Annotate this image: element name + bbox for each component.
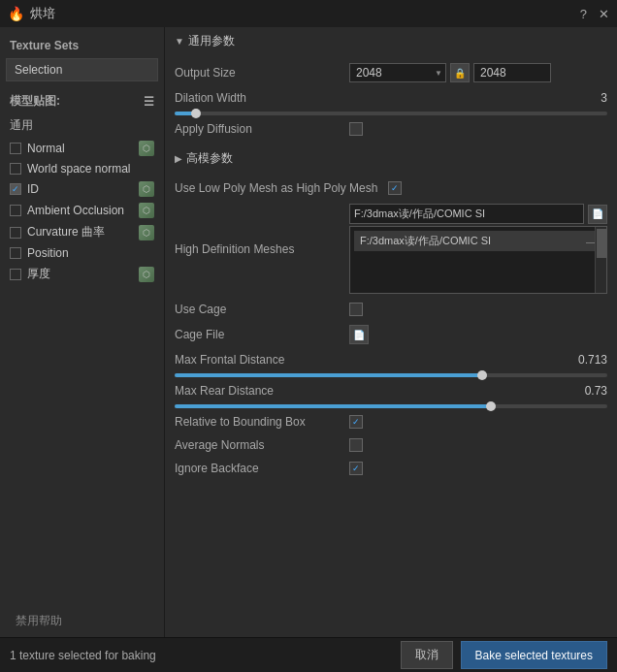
general-section-header[interactable]: ▼ 通用参数: [165, 27, 617, 55]
position-checkbox[interactable]: [10, 247, 21, 259]
app-icon: 🔥: [8, 6, 24, 21]
average-normals-row: Average Normals: [175, 433, 607, 457]
normal-icon: ⬡: [139, 141, 154, 156]
dilation-slider-row: [175, 110, 607, 117]
ao-checkbox[interactable]: [10, 205, 21, 216]
ignore-backface-row: Ignore Backface: [175, 457, 607, 480]
max-frontal-slider-row: [175, 371, 607, 379]
high-section-arrow: ▶: [175, 153, 182, 164]
bottom-buttons: 取消 Bake selected textures: [401, 641, 607, 669]
high-section-header[interactable]: ▶ 高模参数: [165, 144, 617, 173]
hd-meshes-area: F:/3dmax读/作品/COMIC SI —: [349, 226, 607, 294]
dilation-width-row: Dilation Width 3: [175, 86, 607, 110]
map-item-world-space[interactable]: World space normal: [0, 159, 164, 178]
high-def-mesh-browse-btn[interactable]: 📄: [588, 205, 607, 224]
help-link[interactable]: 禁用帮助: [6, 609, 72, 633]
max-frontal-row: Max Frontal Distance 0.713: [175, 348, 607, 371]
use-low-poly-checkbox[interactable]: [388, 181, 402, 195]
world-space-label: World space normal: [27, 162, 154, 176]
average-normals-checkbox[interactable]: [349, 438, 363, 452]
max-rear-row: Max Rear Distance 0.73: [175, 379, 607, 402]
max-rear-slider-thumb[interactable]: [486, 401, 496, 411]
hd-mesh-scroll-thumb: [597, 229, 606, 258]
thickness-icon: ⬡: [139, 267, 154, 282]
curvature-checkbox[interactable]: [10, 227, 21, 239]
apply-diffusion-checkbox[interactable]: [349, 122, 363, 136]
cage-file-browse-btn[interactable]: 📄: [349, 325, 369, 344]
max-frontal-label: Max Frontal Distance: [175, 353, 349, 367]
max-rear-slider-fill: [175, 404, 491, 408]
max-frontal-value: 0.713: [349, 353, 607, 367]
high-section-title: 高模参数: [186, 150, 233, 167]
help-button[interactable]: ?: [580, 7, 587, 21]
model-maps-label: 模型贴图:: [10, 93, 60, 110]
map-item-position[interactable]: Position: [0, 243, 164, 263]
map-item-thickness[interactable]: 厚度 ⬡: [0, 263, 164, 285]
model-maps-header: 模型贴图: ☰: [0, 89, 164, 113]
bottom-status: 1 texture selected for baking: [10, 649, 156, 662]
map-item-curvature[interactable]: Curvature 曲率 ⬡: [0, 221, 164, 243]
titlebar-controls: ? ✕: [580, 7, 609, 21]
ignore-backface-checkbox[interactable]: [349, 462, 363, 475]
hd-mesh-name: F:/3dmax读/作品/COMIC SI: [360, 234, 491, 248]
average-normals-label: Average Normals: [175, 438, 349, 452]
average-normals-value: [349, 438, 607, 452]
map-item-ao[interactable]: Ambient Occlusion ⬡: [0, 200, 164, 221]
high-def-meshes-value: F:/3dmax读/作品/COMIC SI 📄 F:/3dmax读/作品/COM…: [349, 204, 607, 294]
ao-label: Ambient Occlusion: [27, 204, 133, 217]
output-size-locked-input[interactable]: [473, 63, 551, 82]
dilation-width-value: 3: [349, 91, 607, 105]
use-cage-row: Use Cage: [175, 298, 607, 321]
apply-diffusion-value: [349, 122, 607, 136]
titlebar-left: 🔥 烘培: [8, 5, 55, 22]
output-size-row: Output Size 128 256 512 1024 2048 4096 🔒: [175, 59, 607, 86]
hd-mesh-scrollbar[interactable]: [595, 227, 606, 293]
right-panel: ▼ 通用参数 Output Size 128 256 512 1024 2048…: [165, 27, 617, 637]
curvature-icon: ⬡: [139, 225, 154, 240]
output-size-select[interactable]: 128 256 512 1024 2048 4096: [349, 63, 446, 82]
use-low-poly-row: Use Low Poly Mesh as High Poly Mesh: [175, 176, 607, 200]
dilation-slider-thumb[interactable]: [191, 109, 201, 118]
bottom-bar: 1 texture selected for baking 取消 Bake se…: [0, 637, 617, 672]
cage-file-label: Cage File: [175, 328, 349, 341]
max-rear-number: 0.73: [568, 384, 607, 398]
main-container: Texture Sets Selection 模型贴图: ☰ 通用 Normal…: [0, 27, 617, 637]
close-button[interactable]: ✕: [599, 7, 609, 21]
relative-bbox-checkbox[interactable]: [349, 415, 363, 429]
general-maps-label: 通用: [0, 113, 164, 138]
cancel-button[interactable]: 取消: [401, 641, 453, 669]
use-cage-checkbox[interactable]: [349, 303, 363, 316]
high-def-mesh-path: F:/3dmax读/作品/COMIC SI: [349, 204, 584, 224]
ignore-backface-value: [349, 462, 607, 475]
max-rear-slider-track[interactable]: [175, 404, 607, 408]
apply-diffusion-label: Apply Diffusion: [175, 122, 349, 136]
max-frontal-number: 0.713: [568, 353, 607, 367]
normal-label: Normal: [27, 142, 133, 155]
output-size-label: Output Size: [175, 66, 349, 80]
world-space-checkbox[interactable]: [10, 163, 21, 175]
position-label: Position: [27, 246, 154, 260]
id-checkbox[interactable]: [10, 183, 21, 195]
lock-button[interactable]: 🔒: [450, 63, 470, 82]
selection-box[interactable]: Selection: [6, 58, 158, 81]
filter-icon[interactable]: ☰: [144, 95, 154, 109]
use-low-poly-value: [388, 181, 607, 195]
thickness-checkbox[interactable]: [10, 269, 21, 280]
high-def-meshes-row: High Definition Meshes F:/3dmax读/作品/COMI…: [175, 200, 607, 298]
map-item-normal[interactable]: Normal ⬡: [0, 138, 164, 159]
dilation-width-label: Dilation Width: [175, 91, 349, 105]
dilation-slider-track[interactable]: [175, 112, 607, 115]
normal-checkbox[interactable]: [10, 143, 21, 154]
high-def-meshes-label: High Definition Meshes: [175, 242, 349, 256]
map-item-id[interactable]: ID ⬡: [0, 178, 164, 200]
id-label: ID: [27, 182, 133, 196]
left-panel: Texture Sets Selection 模型贴图: ☰ 通用 Normal…: [0, 27, 165, 637]
max-frontal-slider-fill: [175, 373, 482, 377]
max-frontal-slider-thumb[interactable]: [477, 370, 487, 380]
curvature-label: Curvature 曲率: [27, 224, 133, 240]
max-frontal-slider-track[interactable]: [175, 373, 607, 377]
thickness-label: 厚度: [27, 266, 133, 282]
bake-button[interactable]: Bake selected textures: [461, 641, 607, 669]
relative-bbox-label: Relative to Bounding Box: [175, 415, 349, 429]
max-rear-slider-row: [175, 402, 607, 410]
